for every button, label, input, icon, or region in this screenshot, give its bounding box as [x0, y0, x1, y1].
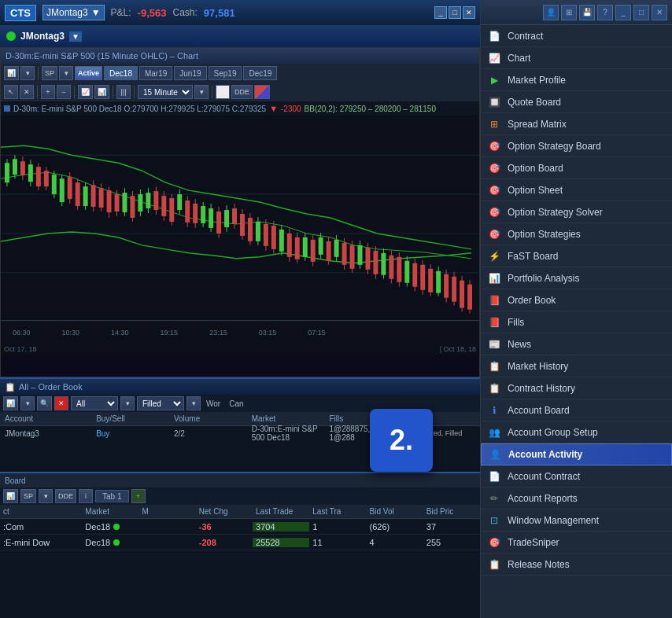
menu-item-market-history[interactable]: 📋 Market History: [481, 355, 672, 377]
chart-symbol-dropdown[interactable]: ▾: [59, 66, 73, 80]
bg-row2-bidpric: 255: [423, 538, 480, 547]
chart-type-btn2[interactable]: 📊: [94, 85, 109, 99]
rm-minimize-btn[interactable]: _: [615, 5, 631, 20]
menu-item-fills[interactable]: 📕 Fills: [481, 311, 672, 333]
menu-item-chart[interactable]: 📈 Chart: [481, 47, 672, 69]
menu-item-tradesniper[interactable]: 🎯 TradeSniper: [481, 532, 672, 554]
tradesniper-icon: 🎯: [487, 535, 501, 550]
spread-matrix-icon: ⊞: [487, 117, 501, 131]
tab-sep19[interactable]: Sep19: [209, 66, 242, 80]
rm-save-btn[interactable]: 💾: [579, 5, 595, 20]
cash-label: Cash:: [172, 7, 197, 18]
menu-item-contract-history[interactable]: 📋 Contract History: [481, 377, 672, 399]
chart-type-btn[interactable]: 📈: [78, 85, 93, 99]
ob-status-select[interactable]: Filled: [137, 396, 184, 410]
maximize-button[interactable]: □: [449, 6, 461, 19]
menu-item-option-board[interactable]: 🎯 Option Board: [481, 157, 672, 179]
ob-account-select[interactable]: All: [71, 396, 118, 410]
menu-item-account-group-setup[interactable]: 👥 Account Group Setup: [481, 421, 672, 443]
interval-select[interactable]: 15 Minute 1 Minute 5 Minute: [138, 85, 193, 99]
rm-layout-btn[interactable]: ⊞: [561, 5, 577, 20]
menu-item-option-strategy-board[interactable]: 🎯 Option Strategy Board: [481, 135, 672, 157]
chart-canvas: [1, 116, 479, 320]
menu-label-account-group-setup: Account Group Setup: [508, 427, 598, 438]
bp-dde-btn[interactable]: DDE: [55, 489, 76, 503]
menu-item-fast-board[interactable]: ⚡ FaST Board: [481, 245, 672, 267]
menu-item-news[interactable]: 📰 News: [481, 333, 672, 355]
menu-item-order-book[interactable]: 📕 Order Book: [481, 289, 672, 311]
bg-row1-lasttra2: 1: [309, 522, 366, 532]
rm-close-btn[interactable]: ✕: [652, 5, 667, 20]
menu-item-market-profile[interactable]: ▶ Market Profile: [481, 69, 672, 91]
menu-item-account-contract[interactable]: 📄 Account Contract: [481, 465, 672, 487]
close-button[interactable]: ✕: [463, 6, 475, 19]
ob-acc-dropdown[interactable]: ▾: [120, 396, 135, 410]
bp-add-tab-btn[interactable]: +: [131, 489, 146, 503]
tab-dec18[interactable]: Dec18: [104, 66, 138, 80]
minus-btn[interactable]: −: [57, 85, 71, 99]
bottom-titlebar: Board: [0, 473, 480, 487]
bg-col-lasttrade: Last Trade: [253, 507, 309, 516]
menu-item-spread-matrix[interactable]: ⊞ Spread Matrix: [481, 113, 672, 135]
fast-board-icon: ⚡: [487, 249, 501, 263]
order-book-icon: 📕: [487, 293, 501, 307]
menu-item-account-reports[interactable]: ✏ Account Reports: [481, 487, 672, 509]
menu-item-account-board[interactable]: ℹ Account Board: [481, 399, 672, 421]
ob-status-dropdown[interactable]: ▾: [186, 396, 201, 410]
tab-dec19[interactable]: Dec19: [243, 66, 277, 80]
menu-item-option-sheet[interactable]: 🎯 Option Sheet: [481, 179, 672, 201]
bp-dropdown-btn[interactable]: ▾: [39, 489, 53, 503]
plus-btn[interactable]: +: [41, 85, 55, 99]
ob-icon-btn[interactable]: 📊: [3, 396, 18, 410]
ob-dropdown[interactable]: ▾: [20, 396, 35, 410]
ob-wor-label: Wor: [203, 399, 223, 408]
rm-maximize-btn[interactable]: □: [633, 5, 649, 20]
tab-jun19[interactable]: Jun19: [174, 66, 206, 80]
rm-help-btn[interactable]: ?: [597, 5, 613, 20]
menu-item-quote-board[interactable]: 🔲 Quote Board: [481, 91, 672, 113]
ob-stop-btn[interactable]: ✕: [54, 396, 68, 410]
menu-item-option-strategies[interactable]: 🎯 Option Strategies: [481, 223, 672, 245]
bp-tab1[interactable]: Tab 1: [95, 490, 128, 502]
menu-label-account-contract: Account Contract: [508, 471, 580, 482]
rm-profile-btn[interactable]: 👤: [543, 5, 559, 20]
bottom-panel: Board 📊 SP ▾ DDE i Tab 1 + ct Market M N…: [0, 472, 480, 618]
crosshair-btn[interactable]: ✕: [20, 85, 34, 99]
account-select[interactable]: JMontag3 ▼: [42, 5, 105, 20]
menu-item-option-strategy-solver[interactable]: 🎯 Option Strategy Solver: [481, 201, 672, 223]
menu-item-release-notes[interactable]: 📋 Release Notes: [481, 554, 672, 576]
portfolio-analysis-icon: 📊: [487, 271, 501, 285]
chart-warn: ▼: [269, 104, 278, 113]
bottom-grid-row-2: :E-mini Dow Dec18 -208 25528 11 4 255: [0, 535, 480, 550]
menu-label-option-board: Option Board: [508, 163, 563, 174]
cursor-btn[interactable]: ↖: [4, 85, 18, 99]
bp-icon-btn[interactable]: 📊: [3, 489, 18, 503]
interval-dropdown[interactable]: ▾: [194, 85, 209, 99]
dde-btn[interactable]: DDE: [231, 85, 253, 99]
pnl-value: -9,563: [138, 7, 167, 19]
account-group-setup-icon: 👥: [487, 425, 501, 440]
account-board-icon: ℹ: [487, 403, 501, 418]
menu-item-portfolio-analysis[interactable]: 📊 Portfolio Analysis: [481, 267, 672, 289]
menu-item-account-activity[interactable]: 👤 Account Activity: [481, 443, 672, 465]
account-dropdown-arrow[interactable]: ▼: [69, 31, 82, 42]
bars-btn[interactable]: |||: [116, 85, 131, 99]
chart-btn-2[interactable]: ▾: [20, 66, 35, 80]
ob-filter-btn[interactable]: 🔍: [37, 396, 52, 410]
chart-btn-1[interactable]: 📊: [4, 66, 19, 80]
menu-item-contract[interactable]: 📄 Contract: [481, 25, 672, 47]
minimize-button[interactable]: _: [434, 6, 447, 19]
xaxis-label-5: 23:15: [209, 329, 227, 337]
bg-row1-bidvol: (626): [367, 522, 423, 532]
tab-mar19[interactable]: Mar19: [139, 66, 172, 80]
chart-symbol-btn[interactable]: SP: [42, 66, 57, 80]
chart-active-btn[interactable]: Active: [75, 66, 102, 80]
xaxis-label-3: 14:30: [111, 329, 129, 337]
palette-btn[interactable]: [254, 85, 270, 99]
bp-symbol-btn[interactable]: SP: [20, 489, 36, 503]
menu-label-spread-matrix: Spread Matrix: [508, 119, 567, 130]
color-btn[interactable]: [216, 85, 230, 99]
menu-label-option-strategies: Option Strategies: [508, 229, 581, 240]
menu-item-window-management[interactable]: ⊡ Window Management: [481, 509, 672, 532]
bp-info-btn[interactable]: i: [79, 489, 93, 503]
